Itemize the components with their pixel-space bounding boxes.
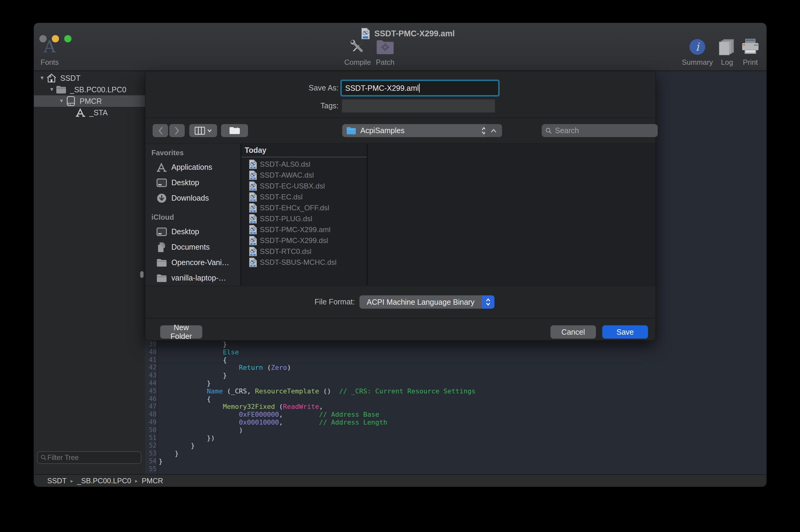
code-line: 39 } bbox=[145, 340, 766, 348]
svg-text:DSL: DSL bbox=[252, 265, 254, 267]
breadcrumb-item[interactable]: _SB.PC00.LPC0 bbox=[77, 477, 131, 485]
file-row[interactable]: DSLSSDT-PMC-X299.dsl bbox=[241, 235, 367, 246]
save-as-field[interactable]: SSDT-PMC-X299.aml bbox=[342, 81, 498, 95]
cancel-button[interactable]: Cancel bbox=[551, 325, 596, 339]
location-popup[interactable]: AcpiSamples bbox=[342, 124, 490, 137]
file-row[interactable]: DSLSSDT-PLUG.dsl bbox=[241, 213, 367, 224]
search-icon bbox=[41, 454, 46, 461]
code-line: 49 0x00010000, // Address Length bbox=[145, 419, 766, 426]
view-mode-button[interactable] bbox=[189, 124, 217, 137]
separator bbox=[145, 117, 655, 118]
sidebar-item-vanilla-laptop-[interactable]: vanilla-laptop-… bbox=[145, 270, 240, 286]
file-row[interactable]: DSLSSDT-EC-USBX.dsl bbox=[241, 180, 367, 192]
code-text bbox=[156, 466, 159, 473]
folder-icon bbox=[156, 257, 167, 268]
code-text: 0xFE000000, // Address Base bbox=[156, 411, 379, 419]
search-input[interactable] bbox=[554, 126, 654, 135]
code-text: { bbox=[156, 356, 227, 364]
sidebar-item-label: vanilla-laptop-… bbox=[171, 273, 226, 282]
patch-icon bbox=[361, 38, 409, 56]
line-number: 44 bbox=[145, 379, 156, 387]
document-icon: DSL bbox=[249, 181, 257, 191]
toolbar-print[interactable]: Print bbox=[726, 38, 767, 66]
file-row[interactable]: DSLSSDT-EC.dsl bbox=[241, 192, 367, 203]
code-area[interactable]: 39 }40 Else41 {42 Return (Zero)43 }44 }4… bbox=[145, 340, 766, 473]
method-icon bbox=[75, 107, 86, 118]
chevron-up-icon bbox=[491, 129, 496, 133]
toolbar-fonts[interactable]: A Fonts bbox=[34, 38, 74, 66]
line-number: 53 bbox=[145, 450, 156, 458]
code-text: } bbox=[156, 450, 179, 458]
tree-item-label: SSDT bbox=[60, 74, 80, 82]
new-folder-button[interactable]: New Folder bbox=[160, 325, 202, 339]
updown-chevrons-icon bbox=[486, 298, 490, 306]
sidebar-item-desktop[interactable]: Desktop bbox=[145, 224, 240, 240]
tags-label: Tags: bbox=[278, 101, 338, 110]
toolbar-fonts-label: Fonts bbox=[34, 58, 74, 66]
document-icon: DSL bbox=[249, 192, 257, 202]
file-row[interactable]: DSLSSDT-SBUS-MCHC.dsl bbox=[241, 257, 367, 268]
code-text: Memory32Fixed (ReadWrite, bbox=[156, 403, 323, 411]
code-text: Else bbox=[156, 348, 239, 356]
breadcrumb-item[interactable]: PMCR bbox=[142, 477, 163, 485]
file-name: SSDT-PMC-X299.dsl bbox=[260, 236, 328, 245]
file-row[interactable]: DSLSSDT-EHCx_OFF.dsl bbox=[241, 203, 367, 213]
collapse-button[interactable] bbox=[485, 124, 502, 137]
back-button[interactable] bbox=[153, 124, 168, 137]
acpi-tree: ▼SSDT▼_SB.PC00.LPC0▼PMCR_STA bbox=[34, 72, 145, 118]
sidebar-item-documents[interactable]: Documents bbox=[145, 240, 240, 255]
forward-button[interactable] bbox=[169, 124, 185, 137]
code-line: 43 } bbox=[145, 372, 766, 379]
tree-item-_sb.pc00.lpc0[interactable]: ▼_SB.PC00.LPC0 bbox=[34, 84, 145, 95]
svg-text:DSL: DSL bbox=[252, 211, 254, 212]
disclosure-triangle[interactable]: ▼ bbox=[39, 75, 45, 81]
file-row[interactable]: DSLSSDT-RTC0.dsl bbox=[241, 246, 367, 257]
chevron-down-icon bbox=[207, 129, 212, 132]
save-button[interactable]: Save bbox=[602, 325, 648, 339]
popup-accent-cap bbox=[482, 296, 495, 309]
code-line: 48 0xFE000000, // Address Base bbox=[145, 411, 766, 419]
toolbar-patch[interactable]: Patch bbox=[361, 38, 409, 66]
disclosure-triangle[interactable]: ▼ bbox=[49, 87, 55, 93]
file-name: SSDT-PMC-X299.aml bbox=[260, 225, 330, 234]
code-line: 40 Else bbox=[145, 348, 766, 356]
line-number: 46 bbox=[145, 395, 156, 403]
tags-field[interactable] bbox=[342, 99, 495, 113]
file-format-popup[interactable]: ACPI Machine Language Binary bbox=[359, 296, 495, 309]
sidebar-item-desktop[interactable]: Desktop bbox=[145, 175, 240, 190]
file-name: SSDT-EC.dsl bbox=[260, 193, 302, 201]
filter-tree-field[interactable] bbox=[37, 451, 142, 464]
tree-item-label: PMCR bbox=[80, 97, 102, 106]
tree-item-ssdt[interactable]: ▼SSDT bbox=[34, 72, 145, 84]
search-field[interactable] bbox=[542, 124, 658, 137]
line-number: 42 bbox=[145, 364, 156, 372]
sidebar-item-downloads[interactable]: Downloads bbox=[145, 190, 240, 206]
document-icon: DSL bbox=[249, 247, 257, 256]
tree-item-_sta[interactable]: _STA bbox=[34, 107, 145, 118]
pane-splitter-handle[interactable] bbox=[140, 271, 144, 278]
new-folder-toolbar-button[interactable] bbox=[221, 124, 248, 137]
sidebar-item-applications[interactable]: Applications bbox=[145, 159, 240, 175]
fonts-icon: A bbox=[34, 38, 74, 56]
search-icon bbox=[545, 127, 552, 134]
code-line: 55 bbox=[145, 466, 766, 473]
document-icon: DSL bbox=[249, 170, 257, 180]
filter-tree-input[interactable] bbox=[46, 453, 138, 462]
sidebar-item-label: Documents bbox=[171, 243, 209, 251]
line-number: 50 bbox=[145, 426, 156, 434]
line-number: 43 bbox=[145, 372, 156, 379]
print-icon bbox=[726, 38, 767, 56]
file-row[interactable]: DSLSSDT-ALS0.dsl bbox=[241, 159, 367, 170]
code-text: } bbox=[156, 340, 227, 348]
code-text: } bbox=[156, 372, 227, 379]
applications-icon bbox=[156, 162, 167, 173]
file-row[interactable]: AMLSSDT-PMC-X299.aml bbox=[241, 224, 367, 235]
sidebar-item-opencore-vani-[interactable]: Opencore-Vani… bbox=[145, 255, 240, 270]
breadcrumb-item[interactable]: SSDT bbox=[47, 477, 67, 485]
tags-input[interactable] bbox=[342, 99, 496, 113]
file-row[interactable]: DSLSSDT-AWAC.dsl bbox=[241, 170, 367, 180]
disclosure-triangle[interactable]: ▼ bbox=[58, 98, 65, 104]
titlebar: SSDT-PMC-X299.aml A Fonts Compile bbox=[34, 23, 766, 71]
tree-item-pmcr[interactable]: ▼PMCR bbox=[34, 95, 145, 107]
code-line: 53 } bbox=[145, 450, 766, 458]
